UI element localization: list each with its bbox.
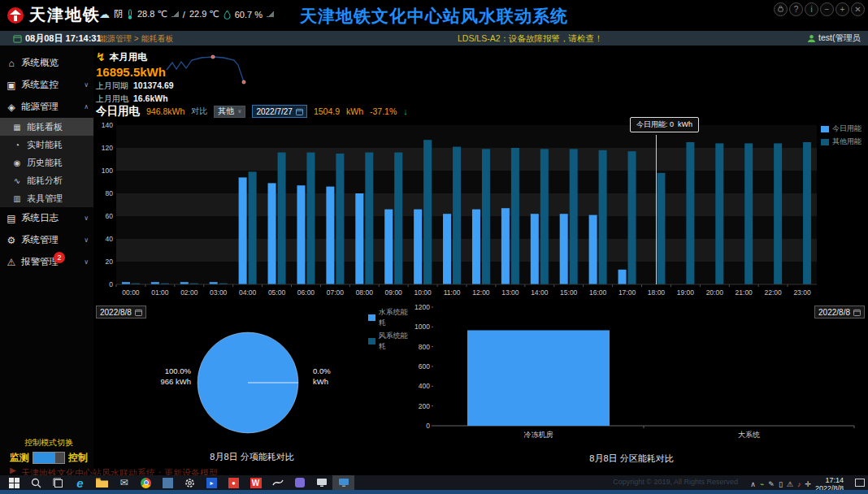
sidebar: ⌂ 系统概览 ▣ 系统监控 ∨ ◈ 能源管理 ∧ ▦ 能耗看板 ◔ 实时能耗 ◉…: [0, 46, 93, 475]
sidebar-item-system-management[interactable]: ⚙ 系统管理 ∨: [0, 229, 93, 251]
sidebar-item-energy-analysis[interactable]: ∿ 能耗分析: [0, 171, 93, 189]
help-icon[interactable]: ?: [789, 2, 803, 16]
tray-battery-icon[interactable]: ▯: [779, 480, 783, 488]
maximize-icon[interactable]: +: [835, 2, 849, 16]
svg-text:20: 20: [106, 258, 114, 266]
today-usage-chart[interactable]: 02040608010012014000:0001:0002:0003:0004…: [95, 117, 866, 307]
task-view-icon[interactable]: [47, 475, 69, 490]
remote-app-icon[interactable]: [310, 475, 332, 490]
svg-text:02:00: 02:00: [180, 288, 198, 297]
control-mode-label-right: 控制: [68, 451, 88, 465]
legend-label: 风系统能耗: [379, 331, 410, 352]
pie-date-input[interactable]: 2022/8/8: [96, 306, 146, 318]
monitor-icon: ▣: [5, 80, 18, 91]
page-title: 天津地铁文化中心站风水联动系统: [0, 5, 868, 28]
tray-magnifier-icon[interactable]: ✛: [805, 480, 811, 488]
minimize-icon[interactable]: −: [820, 2, 834, 16]
svg-text:05:00: 05:00: [268, 288, 286, 297]
svg-text:00:00: 00:00: [122, 288, 140, 297]
svg-text:22:00: 22:00: [764, 288, 782, 297]
windows-taskbar: Copyright © 2019, All Rights Reserved e …: [0, 475, 868, 494]
analysis-icon: ∿: [11, 176, 23, 185]
movies-app-icon[interactable]: ▸: [201, 475, 223, 490]
submenu-label: 历史能耗: [27, 157, 63, 169]
control-mode-label: 控制模式切换: [3, 437, 94, 448]
svg-text:18:00: 18:00: [648, 288, 666, 297]
chrome-icon[interactable]: [135, 475, 157, 490]
hourly-bar-chart[interactable]: 02040608010012014000:0001:0002:0003:0004…: [95, 117, 866, 307]
settings-gear-icon[interactable]: [179, 475, 201, 490]
svg-text:800: 800: [419, 343, 430, 351]
copyright-text: Copyright © 2019, All Rights Reserved: [613, 478, 738, 486]
ie-icon[interactable]: e: [69, 475, 91, 490]
svg-text:17:00: 17:00: [618, 288, 636, 297]
window-controls: ? i − + ✕: [774, 2, 865, 16]
sidebar-item-realtime-energy[interactable]: ◔ 实时能耗: [0, 136, 93, 154]
legend-item-today[interactable]: 今日用能: [821, 124, 861, 134]
delta-percent: -37.1%: [370, 106, 397, 116]
legend-swatch: [821, 139, 829, 145]
chevron-down-icon: ∨: [84, 214, 89, 222]
alert-message[interactable]: LDS/LS-A2：设备故障报警，请检查！: [458, 33, 603, 45]
sidebar-item-system-monitor[interactable]: ▣ 系统监控 ∨: [0, 74, 93, 96]
control-mode-toggle[interactable]: [33, 452, 65, 464]
sidebar-item-label: 系统日志: [21, 212, 59, 224]
tray-volume-muted-icon[interactable]: ♪: [797, 480, 801, 488]
user-icon: [807, 34, 816, 43]
chart-tooltip: 今日用能: 0 kWh: [630, 117, 699, 132]
sidebar-item-meter-management[interactable]: ▥ 表具管理: [0, 189, 93, 207]
pie-chart-title: 8月8日 分项能耗对比: [93, 451, 410, 463]
info-icon[interactable]: i: [805, 2, 818, 16]
submenu-label: 能耗分析: [27, 175, 63, 187]
tray-network-warning-icon[interactable]: ⚠: [787, 480, 793, 488]
sidebar-item-alarm-management[interactable]: ⚠ 报警管理 2 ∨: [0, 251, 93, 273]
legend-item-air[interactable]: 风系统能耗: [368, 331, 410, 352]
sidebar-item-energy-dashboard[interactable]: ▦ 能耗看板: [0, 118, 93, 136]
top-bar: 天津地铁 ☁ 阴 28.8 ℃ / 22.9 ℃ 60.7 % 天津地铁文化中心…: [0, 0, 868, 31]
app-blue-icon[interactable]: [157, 475, 179, 490]
sidebar-item-energy-management[interactable]: ◈ 能源管理 ∧: [0, 96, 93, 118]
history-icon: ◉: [11, 158, 23, 167]
file-explorer-icon[interactable]: [91, 475, 113, 490]
pie-label-air: 0.0% kWh: [313, 366, 362, 387]
mail-app-icon[interactable]: ✉: [113, 475, 135, 490]
search-icon[interactable]: [25, 475, 47, 490]
start-button[interactable]: [3, 475, 25, 490]
close-icon[interactable]: ✕: [851, 2, 865, 16]
notification-center-icon[interactable]: [855, 479, 865, 487]
compare-mode-select[interactable]: 其他∨: [214, 106, 245, 118]
legend-swatch: [821, 126, 829, 132]
clock-time: 17:14: [815, 476, 844, 484]
chevron-down-icon: ∨: [84, 258, 89, 266]
compare-date-input[interactable]: 2022/7/27: [252, 105, 307, 118]
submenu-label: 实时能耗: [27, 139, 63, 151]
station-app-icon[interactable]: [332, 475, 354, 490]
legend-item-other[interactable]: 其他用能: [821, 136, 861, 147]
compare-label: 对比: [191, 106, 207, 117]
sidebar-item-system-overview[interactable]: ⌂ 系统概览: [0, 52, 93, 74]
svg-text:12:00: 12:00: [472, 288, 490, 297]
app-red-icon[interactable]: ●: [223, 475, 245, 490]
zone-date-input[interactable]: 2022/8/8: [814, 306, 865, 318]
sidebar-item-history-energy[interactable]: ◉ 历史能耗: [0, 154, 93, 171]
svg-text:08:00: 08:00: [356, 288, 374, 297]
draw-app-icon[interactable]: [267, 475, 289, 490]
zone-bar-chart[interactable]: 020040060080010001200冷冻机房大系统: [409, 302, 862, 450]
pie-legend: 水系统能耗 风系统能耗: [368, 307, 410, 354]
legend-item-water[interactable]: 水系统能耗: [368, 307, 410, 328]
subsystem-energy-panel: 2022/8/8 水系统能耗 风系统能耗 100.0% 966 kWh 0.0%: [93, 304, 410, 465]
trend-down-icon: ↓: [403, 106, 408, 116]
legend-swatch: [368, 338, 375, 344]
sidebar-item-system-log[interactable]: ▤ 系统日志 ∨: [0, 207, 93, 229]
app-purple-icon[interactable]: [289, 475, 310, 490]
tray-usb-icon[interactable]: ⌁: [760, 480, 764, 488]
tray-chevron-up-icon[interactable]: ∧: [750, 480, 756, 488]
lock-icon[interactable]: [774, 2, 788, 16]
svg-text:11:00: 11:00: [444, 288, 461, 297]
user-info[interactable]: test(管理员: [807, 32, 868, 44]
wps-icon[interactable]: W: [245, 475, 267, 490]
user-name: test(管理员: [818, 32, 861, 44]
control-mode-panel: 控制模式切换 监测 控制: [3, 437, 94, 465]
subsystem-pie-chart[interactable]: [195, 330, 301, 436]
tray-pen-icon[interactable]: ✎: [768, 480, 775, 488]
